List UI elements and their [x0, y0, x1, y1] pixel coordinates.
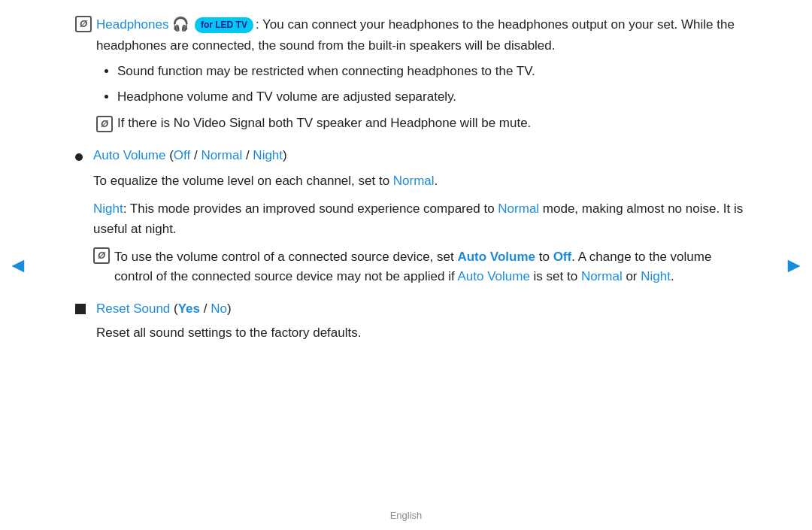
footer-language: English: [390, 510, 423, 521]
reset-description: Reset all sound settings to the factory …: [96, 326, 361, 340]
av-slash-2: /: [246, 148, 253, 162]
headphones-note-text: If there is No Video Signal both TV spea…: [117, 114, 531, 133]
headphones-section: Ø Headphones 🎧 for LED TV: You can conne…: [60, 14, 752, 138]
headphones-content: Headphones 🎧 for LED TV: You can connect…: [96, 14, 752, 138]
av-note-text-1: To use the volume control of a connected…: [114, 250, 457, 264]
av-note-row: Ø To use the volume control of a connect…: [93, 247, 752, 287]
av-note-link5: Night: [641, 269, 671, 283]
av-option-night: Night: [253, 148, 283, 162]
headphones-title: Headphones: [96, 17, 168, 32]
av-para1-link-normal: Normal: [393, 174, 435, 188]
led-tv-badge: for LED TV: [195, 17, 253, 33]
av-para2-normal-link: Normal: [498, 201, 539, 216]
av-slash-1: /: [194, 148, 201, 162]
av-para-1: To equalize the volume level on each cha…: [93, 171, 752, 191]
av-paren-close: ): [283, 148, 287, 162]
headphones-note-row: Ø If there is No Video Signal both TV sp…: [96, 114, 752, 133]
av-note-link1: Auto Volume: [457, 250, 535, 264]
headphones-bullet-list: Sound function may be restricted when co…: [96, 62, 752, 108]
av-note-text: To use the volume control of a connected…: [114, 247, 752, 287]
reset-yes-label: Yes: [178, 301, 200, 316]
note-icon-auto-volume: Ø: [93, 247, 110, 264]
headphone-emoji-icon: 🎧: [172, 17, 189, 32]
reset-paren-close: ): [227, 301, 232, 316]
bullet-item-1: Sound function may be restricted when co…: [117, 62, 752, 81]
reset-sound-title: Reset Sound (Yes / No): [96, 301, 232, 316]
auto-volume-section: Auto Volume (Off / Normal / Night) To eq…: [60, 148, 752, 286]
av-note-link3: Auto Volume: [457, 269, 529, 283]
av-para2-night-label: Night: [93, 201, 123, 216]
bullet-text-2: Headphone volume and TV volume are adjus…: [117, 89, 456, 104]
av-note-text-6: .: [671, 269, 674, 283]
reset-title-row: Reset Sound (Yes / No): [75, 301, 752, 316]
language-label: English: [390, 510, 423, 521]
black-square-icon: [75, 304, 86, 314]
reset-body: Reset all sound settings to the factory …: [75, 323, 752, 343]
headphones-title-line: Headphones 🎧 for LED TV: You can connect…: [96, 14, 752, 56]
headphones-description: : You can connect your headphones to the…: [96, 17, 735, 53]
av-option-off: Off: [174, 148, 190, 162]
page-container: Ø Headphones 🎧 for LED TV: You can conne…: [0, 0, 812, 530]
av-para2-text: : This mode provides an improved sound e…: [123, 201, 498, 216]
note-icon-headphones: Ø: [75, 16, 92, 32]
reset-no-label: No: [211, 301, 227, 316]
bullet-item-2: Headphone volume and TV volume are adjus…: [117, 87, 752, 107]
av-note-link4: Normal: [581, 269, 623, 283]
note-icon-signal: Ø: [96, 116, 113, 132]
bullet-dot-auto-volume: [75, 153, 83, 161]
reset-separator: /: [200, 301, 211, 316]
av-para-2: Night: This mode provides an improved so…: [93, 198, 752, 239]
av-note-link2: Off: [553, 250, 572, 264]
av-para1-prefix: To equalize the volume level on each cha…: [93, 174, 393, 188]
av-note-text-2: to: [535, 250, 553, 264]
av-option-normal: Normal: [201, 148, 242, 162]
av-title-content: Auto Volume (Off / Normal / Night): [93, 148, 752, 163]
auto-volume-title-row: Auto Volume (Off / Normal / Night): [75, 148, 752, 163]
auto-volume-title-text: Auto Volume (Off / Normal / Night): [93, 148, 287, 162]
av-note-text-4: is set to: [530, 269, 581, 283]
av-note-text-5: or: [623, 269, 641, 283]
av-para1-suffix: .: [435, 174, 438, 188]
bullet-text-1: Sound function may be restricted when co…: [117, 64, 535, 78]
auto-volume-label: Auto Volume: [93, 148, 165, 162]
reset-sound-label: Reset Sound: [96, 301, 170, 316]
av-body: To equalize the volume level on each cha…: [75, 171, 752, 286]
reset-sound-section: Reset Sound (Yes / No) Reset all sound s…: [60, 301, 752, 343]
